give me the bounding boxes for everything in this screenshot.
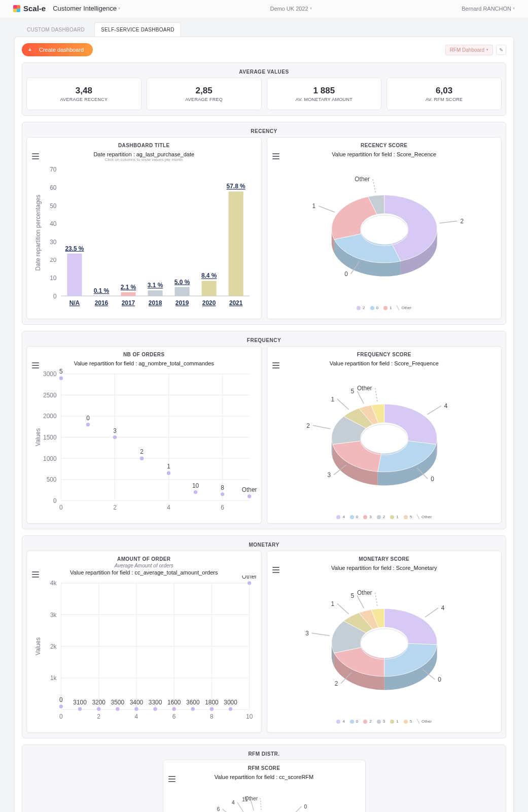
legend-item[interactable]: 2 xyxy=(363,719,371,724)
svg-rect-22 xyxy=(174,287,189,296)
svg-text:Values: Values xyxy=(34,637,42,655)
svg-text:3k: 3k xyxy=(50,612,57,619)
legend-item[interactable]: 1 xyxy=(390,719,398,724)
section-frequency: FREQUENCY NB OF ORDERS Value repartition… xyxy=(22,331,506,529)
svg-text:3200: 3200 xyxy=(92,699,105,706)
chart-menu-icon[interactable] xyxy=(32,153,39,159)
legend-item[interactable]: 0 xyxy=(370,306,378,310)
svg-text:0: 0 xyxy=(86,415,90,422)
chart-menu-icon[interactable] xyxy=(168,776,175,782)
nb-orders-scatter[interactable]: 0500100015002000250030000246Values503211… xyxy=(31,366,257,517)
svg-text:3500: 3500 xyxy=(111,699,125,706)
legend-other-icon: ╲ xyxy=(417,719,419,724)
chart-menu-icon[interactable] xyxy=(272,362,279,368)
svg-point-72 xyxy=(167,471,170,475)
card-header: NB OF ORDERS xyxy=(31,350,257,359)
workspace-dropdown[interactable]: Demo UK 2022 ▾ xyxy=(270,6,311,12)
section-dropdown[interactable]: Customer Intelligence ▾ xyxy=(53,5,120,12)
legend-item[interactable]: 4 xyxy=(336,515,344,519)
svg-text:5: 5 xyxy=(59,368,63,375)
legend-item[interactable]: 4 xyxy=(336,719,344,724)
tab-self-service-dashboard[interactable]: SELF-SERVICE DASHBOARD xyxy=(94,22,181,37)
svg-line-152 xyxy=(375,593,377,606)
svg-text:2021: 2021 xyxy=(229,299,243,307)
legend-item[interactable]: 2 xyxy=(357,306,365,310)
amount-scatter[interactable]: 1k2k3k4k0246810Values0310032003500340033… xyxy=(31,576,257,726)
svg-text:8.4 %: 8.4 % xyxy=(201,272,217,279)
monetary-donut-chart[interactable]: 402315Other xyxy=(271,571,497,714)
svg-point-68 xyxy=(113,435,117,439)
svg-text:3300: 3300 xyxy=(149,699,162,706)
legend-item[interactable]: 1 xyxy=(390,515,398,519)
svg-point-126 xyxy=(134,707,138,711)
legend-item[interactable]: 1 xyxy=(383,306,392,310)
chart-menu-icon[interactable] xyxy=(32,571,39,578)
svg-point-118 xyxy=(59,705,63,708)
chart-menu-icon[interactable] xyxy=(272,567,279,573)
legend-item[interactable]: ╲Other xyxy=(417,719,432,724)
svg-text:2017: 2017 xyxy=(122,299,135,307)
svg-text:2000: 2000 xyxy=(43,413,57,420)
svg-text:Other: Other xyxy=(357,589,372,596)
recency-donut-chart[interactable]: 201Other xyxy=(271,157,497,300)
svg-text:5.0 %: 5.0 % xyxy=(174,279,190,286)
section-average-values: AVERAGE VALUES 3,48 AVERAGE RECENCY2,85 … xyxy=(22,62,506,116)
legend-label: 1 xyxy=(396,515,398,519)
rfm-donut-chart[interactable]: 010987536411Other xyxy=(167,780,361,812)
svg-text:1500: 1500 xyxy=(43,434,57,441)
svg-line-92 xyxy=(375,388,377,401)
svg-text:Other: Other xyxy=(242,486,257,493)
svg-point-120 xyxy=(78,707,82,711)
section-monetary: MONETARY AMOUNT OF ORDER Average Amount … xyxy=(22,535,506,738)
legend-item[interactable]: 0 xyxy=(350,515,358,519)
svg-text:4k: 4k xyxy=(50,580,57,587)
create-dashboard-button[interactable]: + Create dashboard xyxy=(22,43,93,56)
kpi-card: 6,03 AV. RFM SCORE xyxy=(386,78,502,110)
section-title: RFM DISTR. xyxy=(26,749,502,760)
svg-text:6: 6 xyxy=(217,806,220,812)
legend-item[interactable]: 3 xyxy=(377,719,385,724)
chevron-down-icon: ▾ xyxy=(513,6,515,11)
chart-menu-icon[interactable] xyxy=(32,362,39,368)
kpi-value: 3,48 xyxy=(76,86,92,96)
tab-custom-dashboard[interactable]: CUSTOM DASHBOARD xyxy=(20,22,91,37)
svg-text:3: 3 xyxy=(327,471,331,479)
card-monetary-donut: MONETARY SCORE Value repartition for fie… xyxy=(267,551,502,733)
svg-text:4: 4 xyxy=(167,504,170,511)
legend-item[interactable]: 0 xyxy=(350,719,358,724)
svg-point-122 xyxy=(97,707,100,711)
legend-label: 5 xyxy=(410,719,412,724)
recency-bar-chart[interactable]: 010203040506070Date repartition percenta… xyxy=(31,162,257,313)
section-title: FREQUENCY xyxy=(26,335,502,346)
dashboard-selector[interactable]: RFM Dahboard ▾ xyxy=(445,45,493,55)
svg-line-170 xyxy=(222,809,232,812)
card-sub: Average Amount of orders xyxy=(31,563,257,568)
legend-item[interactable]: ╲Other xyxy=(417,515,432,519)
legend-item[interactable]: 3 xyxy=(363,515,371,519)
section-rfm: RFM DISTR. RFM SCORE Value repartition f… xyxy=(22,745,506,812)
kpi-card: 1 885 AV. MONETARY AMOUNT xyxy=(267,78,382,110)
legend-swatch xyxy=(336,720,340,724)
chart-menu-icon[interactable] xyxy=(272,153,279,159)
legend-swatch xyxy=(350,515,354,519)
svg-text:0: 0 xyxy=(344,270,348,278)
legend-item[interactable]: ╲Other xyxy=(397,306,411,310)
svg-text:40: 40 xyxy=(50,220,57,227)
edit-dashboard-button[interactable]: ✎ xyxy=(496,45,506,55)
svg-line-148 xyxy=(337,604,348,615)
kpi-card: 3,48 AVERAGE RECENCY xyxy=(26,78,142,110)
user-menu[interactable]: Bernard RANCHON ▾ xyxy=(462,6,515,12)
svg-text:5: 5 xyxy=(350,388,354,395)
svg-rect-16 xyxy=(121,292,135,296)
svg-text:Other: Other xyxy=(242,576,257,580)
svg-text:3100: 3100 xyxy=(73,699,87,706)
legend-item[interactable]: 2 xyxy=(377,515,385,519)
svg-text:1: 1 xyxy=(331,396,334,403)
svg-text:Other: Other xyxy=(244,796,258,801)
svg-text:3000: 3000 xyxy=(43,370,57,378)
user-name: Bernard RANCHON xyxy=(462,6,511,12)
legend-item[interactable]: 5 xyxy=(404,515,412,519)
legend-item[interactable]: 5 xyxy=(404,719,412,724)
svg-text:10: 10 xyxy=(246,713,253,720)
freq-donut-chart[interactable]: 403215Other xyxy=(271,366,497,510)
